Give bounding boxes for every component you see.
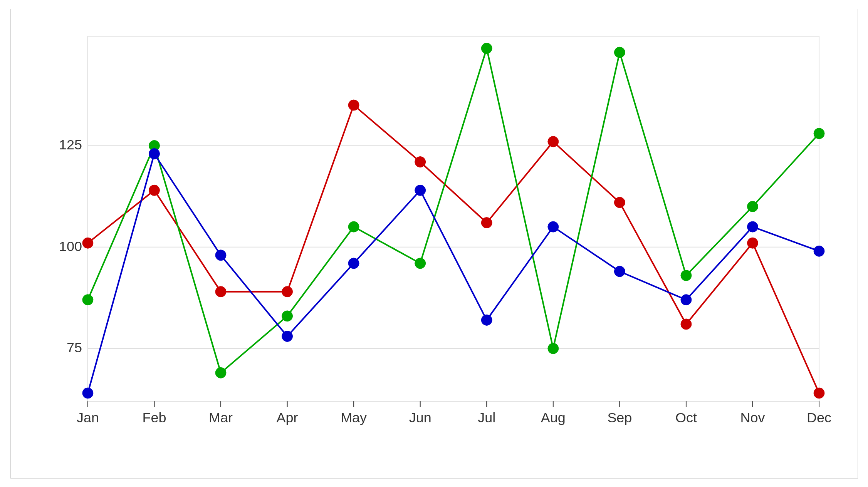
svg-point-51 — [547, 343, 558, 354]
main-chart-svg: 75100125JanFebMarAprMayJunJulAugSepOctNo… — [57, 25, 834, 432]
svg-point-38 — [547, 136, 558, 147]
svg-point-49 — [415, 258, 425, 268]
svg-point-46 — [215, 367, 226, 378]
svg-point-66 — [680, 294, 691, 305]
svg-point-44 — [82, 294, 93, 305]
svg-point-58 — [149, 148, 159, 159]
svg-text:125: 125 — [59, 137, 82, 152]
svg-text:Mar: Mar — [209, 410, 233, 425]
svg-point-67 — [747, 221, 758, 232]
svg-point-65 — [614, 266, 625, 277]
svg-point-63 — [481, 315, 492, 325]
svg-point-68 — [814, 246, 824, 256]
svg-point-60 — [282, 331, 292, 341]
svg-point-64 — [547, 221, 558, 232]
svg-text:Dec: Dec — [807, 410, 831, 425]
svg-point-36 — [415, 156, 425, 167]
svg-point-54 — [747, 201, 758, 212]
chart-container: 75100125JanFebMarAprMayJunJulAugSepOctNo… — [10, 9, 858, 479]
svg-point-61 — [348, 258, 359, 268]
svg-point-53 — [680, 270, 691, 281]
svg-text:Jan: Jan — [76, 410, 99, 425]
svg-point-34 — [282, 286, 292, 297]
svg-point-35 — [348, 100, 359, 110]
svg-point-37 — [481, 217, 492, 228]
svg-point-62 — [415, 185, 425, 196]
svg-text:Nov: Nov — [740, 410, 765, 425]
svg-point-41 — [747, 238, 758, 248]
svg-point-59 — [215, 249, 226, 260]
svg-text:Oct: Oct — [675, 410, 697, 425]
svg-point-48 — [348, 221, 359, 232]
svg-point-40 — [680, 319, 691, 330]
svg-point-47 — [282, 310, 292, 321]
svg-point-52 — [614, 47, 625, 58]
svg-point-32 — [149, 185, 159, 196]
svg-point-31 — [82, 238, 93, 248]
svg-point-55 — [814, 128, 824, 139]
svg-point-33 — [215, 286, 226, 297]
svg-point-50 — [481, 43, 492, 54]
svg-point-39 — [614, 197, 625, 208]
svg-text:Sep: Sep — [607, 410, 632, 425]
svg-text:Feb: Feb — [142, 410, 166, 425]
svg-text:May: May — [341, 410, 367, 425]
svg-point-57 — [82, 388, 93, 398]
svg-text:100: 100 — [59, 238, 82, 254]
chart-area: 75100125JanFebMarAprMayJunJulAugSepOctNo… — [57, 25, 834, 432]
svg-text:Jun: Jun — [409, 410, 431, 425]
svg-text:Apr: Apr — [276, 410, 298, 425]
svg-point-42 — [814, 388, 824, 398]
svg-text:75: 75 — [66, 340, 82, 355]
svg-text:Jul: Jul — [478, 410, 495, 425]
svg-text:Aug: Aug — [541, 410, 565, 425]
